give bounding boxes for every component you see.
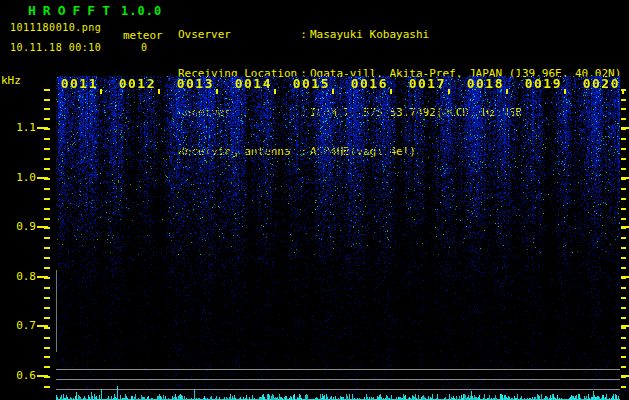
freq-minor-tick bbox=[44, 366, 50, 368]
freq-minor-tick bbox=[44, 99, 50, 101]
freq-minor-tick bbox=[44, 128, 50, 130]
freq-minor-tick bbox=[44, 158, 50, 160]
hrofft-screen: HROFFT 1.0.0 1011180010.png meteor 10.11… bbox=[0, 0, 629, 400]
info-label: Ovserver bbox=[178, 28, 297, 41]
freq-minor-tick bbox=[621, 277, 626, 279]
info-separator: : bbox=[297, 28, 310, 41]
freq-minor-tick bbox=[621, 198, 626, 200]
freq-minor-tick bbox=[621, 178, 626, 180]
freq-minor-tick bbox=[621, 337, 626, 339]
freq-minor-tick bbox=[621, 237, 626, 239]
observation-mode-label: meteor bbox=[123, 29, 163, 42]
time-tick bbox=[332, 89, 334, 94]
freq-minor-tick bbox=[44, 356, 50, 358]
freq-minor-tick bbox=[44, 386, 50, 388]
freq-minor-tick bbox=[621, 247, 626, 249]
freq-minor-tick bbox=[44, 118, 50, 120]
app-title: HROFFT bbox=[28, 3, 117, 18]
freq-minor-tick bbox=[44, 218, 50, 220]
time-tick-label: 0011 bbox=[56, 78, 98, 90]
time-tick bbox=[390, 89, 392, 94]
time-tick-label: 0014 bbox=[230, 78, 272, 90]
time-tick bbox=[506, 89, 508, 94]
info-value: Masayuki Kobayashi bbox=[310, 28, 429, 41]
freq-minor-tick bbox=[44, 108, 50, 110]
freq-minor-tick bbox=[621, 356, 626, 358]
time-tick-label: 0013 bbox=[172, 78, 214, 90]
time-tick bbox=[448, 89, 450, 94]
freq-tick-label: 0.9 bbox=[0, 221, 36, 233]
freq-minor-tick bbox=[621, 188, 626, 190]
output-filename: 1011180010.png bbox=[10, 22, 101, 33]
freq-minor-tick bbox=[44, 327, 50, 329]
info-row-observer: Ovserver : Masayuki Kobayashi bbox=[178, 28, 621, 41]
frequency-axis-unit: kHz bbox=[1, 74, 21, 87]
time-tick bbox=[100, 89, 102, 94]
freq-minor-tick bbox=[44, 188, 50, 190]
freq-minor-tick bbox=[44, 89, 50, 91]
freq-minor-tick bbox=[621, 218, 626, 220]
freq-minor-tick bbox=[621, 287, 626, 289]
freq-tick-label: 1.1 bbox=[0, 122, 36, 134]
time-tick-label: 0015 bbox=[288, 78, 330, 90]
freq-minor-tick bbox=[621, 168, 626, 170]
freq-minor-tick bbox=[44, 237, 50, 239]
freq-minor-tick bbox=[621, 347, 626, 349]
time-tick bbox=[158, 89, 160, 94]
freq-minor-tick bbox=[621, 366, 626, 368]
freq-minor-tick bbox=[621, 118, 626, 120]
freq-minor-tick bbox=[44, 148, 50, 150]
freq-minor-tick bbox=[621, 99, 626, 101]
freq-minor-tick bbox=[621, 257, 626, 259]
freq-minor-tick bbox=[44, 267, 50, 269]
freq-minor-tick bbox=[44, 277, 50, 279]
freq-minor-tick bbox=[621, 148, 626, 150]
freq-minor-tick bbox=[621, 327, 626, 329]
freq-minor-tick bbox=[621, 108, 626, 110]
time-tick-label: 0020 bbox=[578, 78, 620, 90]
freq-minor-tick bbox=[44, 347, 50, 349]
time-tick bbox=[216, 89, 218, 94]
freq-tick-label: 1.0 bbox=[0, 172, 36, 184]
freq-minor-tick bbox=[621, 208, 626, 210]
freq-minor-tick bbox=[621, 307, 626, 309]
freq-minor-tick bbox=[621, 158, 626, 160]
meteor-count: 0 bbox=[141, 42, 147, 53]
freq-minor-tick bbox=[44, 376, 50, 378]
freq-minor-tick bbox=[44, 168, 50, 170]
freq-minor-tick bbox=[621, 227, 626, 229]
freq-minor-tick bbox=[621, 297, 626, 299]
freq-minor-tick bbox=[44, 247, 50, 249]
freq-minor-tick bbox=[44, 178, 50, 180]
freq-minor-tick bbox=[621, 128, 626, 130]
time-tick bbox=[622, 89, 624, 94]
freq-minor-tick bbox=[44, 317, 50, 319]
freq-minor-tick bbox=[621, 376, 626, 378]
freq-minor-tick bbox=[621, 138, 626, 140]
app-version: 1.0.0 bbox=[121, 4, 162, 18]
freq-minor-tick bbox=[44, 257, 50, 259]
time-tick-label: 0019 bbox=[520, 78, 562, 90]
freq-minor-tick bbox=[44, 208, 50, 210]
freq-minor-tick bbox=[44, 287, 50, 289]
freq-tick-label: 0.6 bbox=[0, 370, 36, 382]
time-tick-label: 0016 bbox=[346, 78, 388, 90]
freq-minor-tick bbox=[621, 267, 626, 269]
time-tick-label: 0012 bbox=[114, 78, 156, 90]
spectrogram-canvas bbox=[56, 76, 620, 400]
timestamp: 10.11.18 00:10 bbox=[10, 42, 101, 53]
freq-tick-label: 0.7 bbox=[0, 320, 36, 332]
freq-tick-label: 0.8 bbox=[0, 271, 36, 283]
freq-minor-tick bbox=[44, 297, 50, 299]
freq-minor-tick bbox=[44, 198, 50, 200]
time-tick-label: 0017 bbox=[404, 78, 446, 90]
freq-minor-tick bbox=[44, 138, 50, 140]
time-tick bbox=[564, 89, 566, 94]
freq-minor-tick bbox=[621, 386, 626, 388]
freq-minor-tick bbox=[621, 317, 626, 319]
freq-minor-tick bbox=[44, 227, 50, 229]
freq-minor-tick bbox=[44, 307, 50, 309]
time-tick-label: 0018 bbox=[462, 78, 504, 90]
time-tick bbox=[274, 89, 276, 94]
freq-minor-tick bbox=[44, 337, 50, 339]
